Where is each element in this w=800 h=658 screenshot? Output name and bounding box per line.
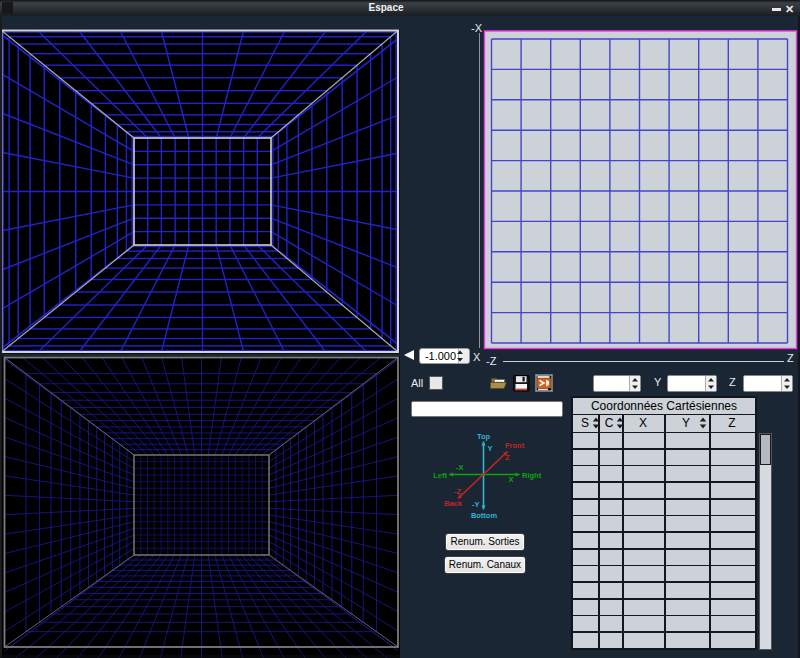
svg-text:Z: Z <box>505 453 510 462</box>
svg-text:Front: Front <box>505 441 525 450</box>
svg-text:Right: Right <box>522 471 542 480</box>
svg-text:-Y: -Y <box>472 500 480 509</box>
svg-text:Bottom: Bottom <box>471 511 498 520</box>
svg-text:Y: Y <box>488 444 493 453</box>
svg-text:Left: Left <box>433 471 447 480</box>
svg-text:Top: Top <box>477 432 491 441</box>
svg-text:-X: -X <box>456 463 464 472</box>
svg-text:X: X <box>508 475 513 484</box>
svg-text:Back: Back <box>444 499 463 508</box>
svg-text:-Z: -Z <box>454 487 461 496</box>
